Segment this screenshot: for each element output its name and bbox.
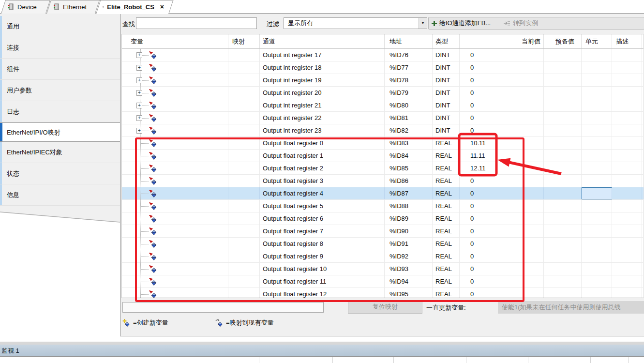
description-cell[interactable]	[612, 175, 642, 187]
unit-cell[interactable]	[582, 238, 612, 250]
table-row[interactable]: Output float register 0 %ID83 REAL 10.11	[122, 137, 644, 150]
unit-cell[interactable]	[582, 275, 612, 287]
table-row[interactable]: Output float register 11 %ID94 REAL 0	[122, 275, 644, 288]
description-cell[interactable]	[612, 238, 642, 250]
description-cell[interactable]	[612, 61, 642, 74]
description-cell[interactable]	[612, 112, 642, 124]
prepared-value-cell[interactable]	[544, 49, 582, 61]
description-cell[interactable]	[612, 162, 642, 174]
description-cell[interactable]	[612, 87, 642, 99]
reset-mapping-button[interactable]: 复位映射	[348, 300, 422, 314]
table-row[interactable]: Output float register 7 %ID90 REAL 0	[122, 225, 644, 238]
watch-panel-header[interactable]: 监视 1	[0, 345, 644, 357]
sidebar-item[interactable]: 组件	[0, 59, 120, 80]
prepared-value-cell[interactable]	[544, 150, 582, 162]
prepared-value-cell[interactable]	[544, 225, 582, 237]
table-row[interactable]: + Output int register 21 %ID80 DINT 0	[122, 99, 644, 112]
expand-icon[interactable]: +	[136, 65, 142, 71]
sidebar-item[interactable]: 日志	[0, 101, 120, 122]
col-header-address[interactable]: 地址	[385, 34, 433, 48]
unit-cell[interactable]	[582, 212, 612, 225]
col-header-description[interactable]: 描述	[612, 34, 642, 48]
unit-cell[interactable]	[582, 200, 612, 212]
expand-icon[interactable]: +	[136, 128, 142, 134]
table-row[interactable]: Output float register 8 %ID91 REAL 0	[122, 238, 644, 250]
description-cell[interactable]	[612, 288, 642, 298]
add-fb-button[interactable]: 给IO通道添加FB...	[428, 17, 494, 30]
prepared-value-cell[interactable]	[544, 200, 582, 212]
prepared-value-cell[interactable]	[544, 87, 582, 99]
prepared-value-cell[interactable]	[544, 124, 582, 136]
prepared-value-cell[interactable]	[544, 238, 582, 250]
expand-icon[interactable]: +	[136, 103, 142, 108]
sidebar-item[interactable]: EtherNet/IPI/O映射	[0, 122, 120, 142]
description-cell[interactable]	[612, 212, 642, 225]
description-cell[interactable]	[612, 74, 642, 86]
description-cell[interactable]	[612, 124, 642, 136]
sidebar-item[interactable]: 通用	[0, 16, 120, 37]
unit-cell[interactable]	[582, 137, 612, 149]
expand-icon[interactable]: +	[136, 115, 142, 121]
unit-cell[interactable]	[582, 74, 612, 86]
expand-icon[interactable]: +	[136, 90, 142, 96]
unit-cell[interactable]	[582, 150, 612, 162]
editor-tab[interactable]: Ethernet	[46, 0, 95, 14]
expand-icon[interactable]: +	[136, 77, 142, 83]
goto-instance-button[interactable]: 转到实例	[500, 17, 541, 30]
description-cell[interactable]	[612, 99, 642, 111]
table-row[interactable]: Output float register 12 %ID95 REAL 0	[122, 288, 644, 298]
focused-cell[interactable]	[582, 187, 612, 199]
table-row[interactable]: + Output int register 17 %ID76 DINT 0	[122, 49, 644, 61]
prepared-value-cell[interactable]	[544, 99, 582, 111]
table-row[interactable]: Output float register 9 %ID92 REAL 0	[122, 250, 644, 263]
sidebar-item[interactable]: 连接	[0, 37, 120, 59]
description-cell[interactable]	[612, 150, 642, 162]
prepared-value-cell[interactable]	[544, 61, 582, 74]
close-icon[interactable]: ×	[160, 3, 164, 10]
col-header-type[interactable]: 类型	[433, 34, 460, 48]
unit-cell[interactable]	[582, 162, 612, 174]
table-row[interactable]: + Output int register 23 %ID82 DINT 0	[122, 124, 644, 137]
table-row[interactable]: + Output int register 18 %ID77 DINT 0	[122, 61, 644, 74]
col-header-current-value[interactable]: 当前值	[460, 34, 544, 48]
find-input[interactable]	[136, 17, 257, 29]
editor-tab[interactable]: Device	[1, 0, 46, 14]
table-row[interactable]: Output float register 4 %ID87 REAL 0	[122, 187, 644, 200]
prepared-value-cell[interactable]	[544, 175, 582, 187]
unit-cell[interactable]	[582, 87, 612, 99]
description-cell[interactable]	[612, 275, 642, 287]
table-row[interactable]: Output float register 3 %ID86 REAL 0	[122, 175, 644, 187]
description-cell[interactable]	[612, 250, 642, 262]
col-header-channel[interactable]: 通道	[260, 34, 385, 48]
unit-cell[interactable]	[582, 61, 612, 74]
unit-cell[interactable]	[582, 112, 612, 124]
unit-cell[interactable]	[582, 263, 612, 275]
table-row[interactable]: + Output int register 20 %ID79 DINT 0	[122, 87, 644, 99]
table-row[interactable]: + Output int register 22 %ID81 DINT 0	[122, 112, 644, 124]
prepared-value-cell[interactable]	[544, 250, 582, 262]
unit-cell[interactable]	[582, 124, 612, 136]
col-header-prepared-value[interactable]: 预备值	[544, 34, 582, 48]
prepared-value-cell[interactable]	[544, 74, 582, 86]
description-cell[interactable]	[612, 225, 642, 237]
col-header-variable[interactable]: 变量	[122, 34, 228, 48]
sidebar-item[interactable]: 信息	[0, 184, 120, 206]
description-cell[interactable]	[612, 187, 642, 199]
sidebar-item[interactable]: 用户参数	[0, 80, 120, 101]
sidebar-item[interactable]: 状态	[0, 163, 120, 184]
unit-cell[interactable]	[582, 49, 612, 61]
table-row[interactable]: Output float register 6 %ID89 REAL 0	[122, 212, 644, 225]
table-row[interactable]: Output float register 1 %ID84 REAL 11.11	[122, 150, 644, 162]
prepared-value-cell[interactable]	[544, 212, 582, 225]
description-cell[interactable]	[612, 137, 642, 149]
prepared-value-cell[interactable]	[544, 288, 582, 298]
description-cell[interactable]	[612, 263, 642, 275]
description-cell[interactable]	[612, 200, 642, 212]
table-row[interactable]: Output float register 10 %ID93 REAL 0	[122, 263, 644, 275]
update-mode-dropdown[interactable]: 使能1(如果未在任何任务中使用则使用总线	[498, 301, 644, 314]
prepared-value-cell[interactable]	[544, 263, 582, 275]
table-row[interactable]: Output float register 5 %ID88 REAL 0	[122, 200, 644, 212]
prepared-value-cell[interactable]	[544, 187, 582, 199]
prepared-value-cell[interactable]	[544, 275, 582, 287]
unit-cell[interactable]	[582, 250, 612, 262]
